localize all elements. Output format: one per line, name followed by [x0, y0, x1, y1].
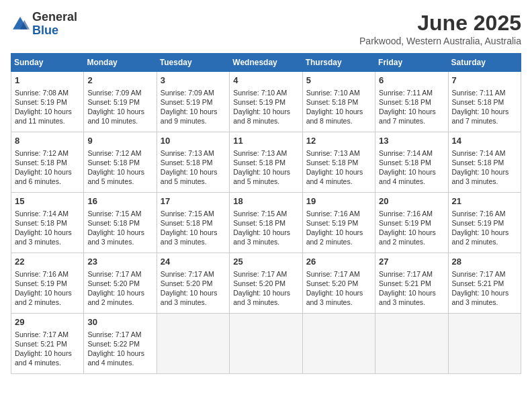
calendar-day-cell: [375, 314, 448, 374]
calendar-week-row: 15Sunrise: 7:14 AMSunset: 5:18 PMDayligh…: [11, 193, 521, 253]
daylight-text: Daylight: 10 hours and 2 minutes.: [306, 228, 363, 246]
day-number: 22: [15, 256, 80, 268]
day-number: 30: [87, 316, 152, 328]
day-number: 10: [161, 135, 226, 147]
sunrise-text: Sunrise: 7:14 AM: [379, 149, 433, 157]
calendar-day-header: Tuesday: [157, 54, 229, 72]
daylight-text: Daylight: 10 hours and 5 minutes.: [161, 168, 218, 185]
day-number: 14: [452, 135, 517, 147]
sunset-text: Sunset: 5:18 PM: [87, 219, 140, 227]
day-number: 2: [87, 75, 152, 87]
sunset-text: Sunset: 5:18 PM: [233, 158, 285, 167]
sunset-text: Sunset: 5:18 PM: [233, 219, 285, 227]
daylight-text: Daylight: 10 hours and 2 minutes.: [15, 289, 72, 306]
sunrise-text: Sunrise: 7:11 AM: [379, 89, 433, 97]
title-block: June 2025 Parkwood, Western Australia, A…: [359, 11, 521, 46]
sunrise-text: Sunrise: 7:15 AM: [233, 210, 287, 218]
sunrise-text: Sunrise: 7:09 AM: [161, 89, 214, 97]
calendar-day-cell: 2Sunrise: 7:09 AMSunset: 5:19 PMDaylight…: [84, 72, 157, 132]
calendar-day-header: Friday: [375, 54, 448, 72]
day-number: 16: [87, 195, 152, 208]
sunrise-text: Sunrise: 7:17 AM: [87, 270, 141, 278]
calendar-day-cell: [230, 314, 302, 374]
day-number: 27: [379, 256, 444, 268]
sunrise-text: Sunrise: 7:11 AM: [452, 89, 506, 97]
day-number: 6: [379, 75, 444, 87]
daylight-text: Daylight: 10 hours and 3 minutes.: [452, 289, 509, 306]
daylight-text: Daylight: 10 hours and 10 minutes.: [87, 107, 144, 125]
sunrise-text: Sunrise: 7:10 AM: [306, 89, 360, 97]
calendar-day-cell: [302, 314, 375, 374]
daylight-text: Daylight: 10 hours and 11 minutes.: [15, 107, 72, 125]
sunset-text: Sunset: 5:18 PM: [161, 158, 213, 167]
day-number: 15: [15, 195, 80, 208]
sunset-text: Sunset: 5:18 PM: [15, 158, 67, 167]
daylight-text: Daylight: 10 hours and 5 minutes.: [87, 168, 144, 185]
calendar-body: 1Sunrise: 7:08 AMSunset: 5:19 PMDaylight…: [11, 72, 521, 374]
day-number: 26: [306, 256, 371, 268]
sunrise-text: Sunrise: 7:17 AM: [161, 270, 214, 278]
calendar-week-row: 8Sunrise: 7:12 AMSunset: 5:18 PMDaylight…: [11, 132, 521, 193]
sunset-text: Sunset: 5:18 PM: [161, 219, 213, 227]
day-number: 12: [306, 135, 371, 147]
day-number: 7: [452, 75, 517, 87]
calendar-day-cell: 21Sunrise: 7:16 AMSunset: 5:19 PMDayligh…: [448, 193, 521, 253]
sunset-text: Sunset: 5:22 PM: [87, 340, 140, 348]
logo-icon: [11, 15, 30, 34]
calendar-day-header: Sunday: [11, 54, 84, 72]
daylight-text: Daylight: 10 hours and 2 minutes.: [452, 228, 509, 246]
sunrise-text: Sunrise: 7:17 AM: [87, 330, 141, 338]
daylight-text: Daylight: 10 hours and 6 minutes.: [15, 168, 72, 185]
sunrise-text: Sunrise: 7:14 AM: [15, 210, 69, 218]
day-number: 13: [379, 135, 444, 147]
day-number: 20: [379, 195, 444, 208]
daylight-text: Daylight: 10 hours and 3 minutes.: [379, 289, 436, 306]
sunset-text: Sunset: 5:19 PM: [379, 219, 431, 227]
calendar-day-header: Saturday: [448, 54, 521, 72]
calendar-day-cell: [157, 314, 229, 374]
sunset-text: Sunset: 5:18 PM: [452, 158, 504, 167]
calendar-day-cell: 10Sunrise: 7:13 AMSunset: 5:18 PMDayligh…: [157, 132, 229, 193]
calendar-day-cell: 19Sunrise: 7:16 AMSunset: 5:19 PMDayligh…: [302, 193, 375, 253]
day-number: 21: [452, 195, 517, 208]
sunrise-text: Sunrise: 7:08 AM: [15, 89, 69, 97]
daylight-text: Daylight: 10 hours and 2 minutes.: [379, 228, 436, 246]
calendar-week-row: 29Sunrise: 7:17 AMSunset: 5:21 PMDayligh…: [11, 314, 521, 374]
calendar-day-cell: 28Sunrise: 7:17 AMSunset: 5:21 PMDayligh…: [448, 253, 521, 314]
sunset-text: Sunset: 5:18 PM: [379, 98, 431, 106]
sunrise-text: Sunrise: 7:17 AM: [306, 270, 360, 278]
calendar-day-cell: 22Sunrise: 7:16 AMSunset: 5:19 PMDayligh…: [11, 253, 84, 314]
calendar-day-cell: 13Sunrise: 7:14 AMSunset: 5:18 PMDayligh…: [375, 132, 448, 193]
sunrise-text: Sunrise: 7:17 AM: [15, 330, 69, 338]
sunset-text: Sunset: 5:20 PM: [306, 279, 359, 287]
calendar-day-cell: 27Sunrise: 7:17 AMSunset: 5:21 PMDayligh…: [375, 253, 448, 314]
month-title: June 2025: [359, 11, 521, 36]
daylight-text: Daylight: 10 hours and 8 minutes.: [306, 107, 363, 125]
sunrise-text: Sunrise: 7:12 AM: [87, 149, 141, 157]
calendar-day-cell: 20Sunrise: 7:16 AMSunset: 5:19 PMDayligh…: [375, 193, 448, 253]
day-number: 24: [161, 256, 226, 268]
sunrise-text: Sunrise: 7:16 AM: [379, 210, 433, 218]
location: Parkwood, Western Australia, Australia: [359, 36, 521, 46]
calendar-day-cell: 18Sunrise: 7:15 AMSunset: 5:18 PMDayligh…: [230, 193, 302, 253]
sunset-text: Sunset: 5:18 PM: [379, 158, 431, 167]
day-number: 8: [15, 135, 80, 147]
sunset-text: Sunset: 5:18 PM: [306, 158, 359, 167]
daylight-text: Daylight: 10 hours and 9 minutes.: [161, 107, 218, 125]
sunset-text: Sunset: 5:21 PM: [379, 279, 431, 287]
sunset-text: Sunset: 5:19 PM: [233, 98, 285, 106]
daylight-text: Daylight: 10 hours and 7 minutes.: [379, 107, 436, 125]
calendar-day-cell: 29Sunrise: 7:17 AMSunset: 5:21 PMDayligh…: [11, 314, 84, 374]
sunset-text: Sunset: 5:18 PM: [452, 98, 504, 106]
calendar-day-cell: 11Sunrise: 7:13 AMSunset: 5:18 PMDayligh…: [230, 132, 302, 193]
sunrise-text: Sunrise: 7:17 AM: [233, 270, 287, 278]
day-number: 29: [15, 316, 80, 328]
sunrise-text: Sunrise: 7:13 AM: [161, 149, 214, 157]
daylight-text: Daylight: 10 hours and 4 minutes.: [87, 349, 144, 367]
calendar-day-cell: 3Sunrise: 7:09 AMSunset: 5:19 PMDaylight…: [157, 72, 229, 132]
calendar-day-cell: 1Sunrise: 7:08 AMSunset: 5:19 PMDaylight…: [11, 72, 84, 132]
day-number: 3: [161, 75, 226, 87]
daylight-text: Daylight: 10 hours and 2 minutes.: [87, 289, 144, 306]
day-number: 5: [306, 75, 371, 87]
calendar-day-cell: 23Sunrise: 7:17 AMSunset: 5:20 PMDayligh…: [84, 253, 157, 314]
